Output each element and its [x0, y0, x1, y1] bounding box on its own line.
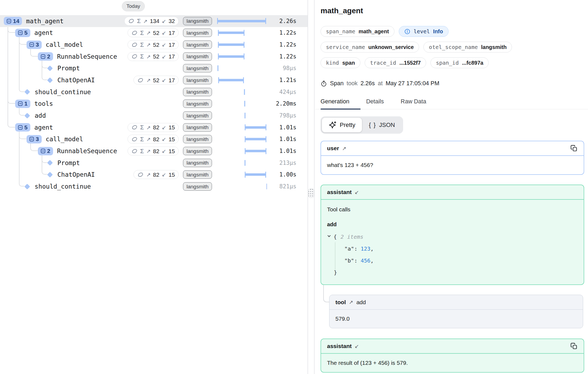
attribute-row: service_nameunknown_serviceotel_scope_na… [321, 42, 584, 53]
token-usage-pill[interactable]: Σ↗82↙15 [128, 147, 179, 156]
duration-label: 798µs [279, 112, 296, 119]
collapse-badge[interactable]: 3 [27, 135, 42, 143]
trace-row-call_model[interactable]: 3call_modelΣ↗82↙15langsmith1.01s [0, 133, 308, 145]
detail-tabs: GenerationDetailsRaw Data [315, 98, 588, 109]
span-diamond-icon [24, 113, 30, 118]
vendor-tag: langsmith [183, 123, 212, 132]
json-key: b [348, 257, 351, 264]
trace-row-Prompt[interactable]: Promptlangsmith98µs [0, 63, 308, 74]
tool-result-wrap: tool ↗ add 579.0 [321, 295, 584, 328]
collapse-badge[interactable]: 14 [4, 17, 22, 25]
attribute-key: trace_id [370, 60, 396, 66]
trace-row-agent[interactable]: 5agentΣ↗82↙15langsmith1.01s [0, 122, 308, 133]
trace-row-RunnableSequence[interactable]: 2RunnableSequenceΣ↗52↙17langsmith1.22s [0, 51, 308, 63]
panel-resize-handle[interactable] [308, 189, 314, 198]
token-usage-pill[interactable]: Σ↗82↙15 [128, 123, 179, 132]
token-usage-pill[interactable]: Σ↗134↙32 [124, 17, 179, 25]
trace-row-add[interactable]: addlangsmith798µs [0, 110, 308, 122]
json-opener-line[interactable]: {2 items [327, 231, 578, 243]
attribute-value: langsmith [481, 44, 507, 50]
token-usage-pill[interactable]: Σ↗52↙17 [128, 28, 179, 37]
trace-row-ChatOpenAI[interactable]: ChatOpenAI↗82↙15langsmith1.00s [0, 169, 308, 181]
copy-button[interactable] [570, 145, 578, 152]
span-diamond-icon [47, 65, 53, 71]
token-usage-pill[interactable]: Σ↗52↙17 [128, 40, 179, 49]
chevron-down-icon[interactable] [327, 234, 331, 238]
vendor-tag: langsmith [183, 182, 212, 191]
attribute-pill-trace_id[interactable]: trace_id...1552f7 [365, 57, 426, 68]
input-tokens: 134 [150, 18, 159, 24]
output-tokens-arrow-icon: ↙ [162, 42, 166, 48]
attribute-pill-level[interactable]: levelInfo [399, 26, 449, 37]
trace-row-should_continue[interactable]: should_continuelangsmith424µs [0, 86, 308, 98]
descendant-count: 2 [47, 53, 50, 60]
attribute-row: kindspantrace_id...1552f7span_id...fc897… [321, 57, 584, 68]
trace-row-RunnableSequence[interactable]: 2RunnableSequenceΣ↗82↙15langsmith1.01s [0, 145, 308, 157]
input-tokens: 82 [153, 171, 159, 178]
collapse-badge[interactable]: 5 [15, 29, 30, 37]
trace-row-should_continue[interactable]: should_continuelangsmith821µs [0, 181, 308, 192]
tab-raw-data[interactable]: Raw Data [401, 98, 426, 109]
tab-generation[interactable]: Generation [321, 98, 349, 109]
view-toggle-json[interactable]: { }JSON [362, 118, 402, 132]
outbound-arrow-icon: ↗ [349, 299, 353, 305]
duration-label: 98µs [283, 65, 296, 71]
attribute-key: otel_scope_name [429, 44, 478, 50]
output-tokens: 15 [169, 171, 175, 178]
trace-row-agent[interactable]: 5agentΣ↗52↙17langsmith1.22s [0, 27, 308, 39]
attribute-pill-span_name[interactable]: span_namemath_agent [321, 26, 394, 37]
tab-details[interactable]: Details [366, 98, 384, 109]
span-name: RunnableSequence [57, 53, 117, 60]
trace-row-ChatOpenAI[interactable]: ChatOpenAI↗52↙17langsmith1.21s [0, 74, 308, 86]
token-usage-pill[interactable]: ↗52↙17 [133, 76, 179, 85]
collapse-minus-icon [6, 19, 11, 24]
attribute-pill-otel_scope_name[interactable]: otel_scope_namelangsmith [423, 42, 512, 53]
output-tokens: 15 [169, 124, 175, 131]
token-usage-pill[interactable]: Σ↗82↙15 [128, 135, 179, 144]
collapse-minus-icon [18, 30, 23, 35]
timeline-tick [244, 89, 245, 95]
attribute-value: Info [433, 28, 443, 35]
input-tokens-arrow-icon: ↗ [146, 172, 151, 178]
trace-row-math_agent[interactable]: 14math_agentΣ↗134↙32langsmith2.26s [0, 15, 308, 27]
trace-tree-panel: 14math_agentΣ↗134↙32langsmith2.26s5agent… [0, 0, 308, 374]
token-usage-pill[interactable]: Σ↗52↙17 [128, 52, 179, 61]
message-card-tool: tool ↗ add 579.0 [329, 295, 583, 328]
output-tokens-arrow-icon: ↙ [162, 136, 166, 142]
inbound-arrow-icon: ↙ [355, 343, 359, 349]
sigma-icon: Σ [140, 53, 144, 60]
input-tokens: 52 [153, 77, 159, 83]
attribute-value: ...fc897a [462, 60, 483, 66]
input-tokens-arrow-icon: ↗ [143, 18, 148, 24]
collapse-badge[interactable]: 5 [15, 123, 30, 132]
collapse-badge[interactable]: 2 [38, 147, 53, 155]
token-coin-icon [131, 42, 138, 48]
attribute-pill-service_name[interactable]: service_nameunknown_service [321, 42, 419, 53]
input-tokens-arrow-icon: ↗ [146, 53, 151, 60]
input-tokens-arrow-icon: ↗ [146, 30, 151, 36]
collapse-badge[interactable]: 3 [27, 41, 42, 49]
duration-label: 1.00s [279, 171, 296, 178]
descendant-count: 5 [24, 124, 28, 131]
trace-row-tools[interactable]: 1toolslangsmith2.20ms [0, 98, 308, 110]
duration-label: 424µs [279, 89, 296, 95]
duration-label: 1.01s [279, 148, 296, 154]
attribute-pill-kind[interactable]: kindspan [321, 57, 360, 68]
date-chip[interactable]: Today [122, 1, 145, 11]
timeline-bar [218, 55, 244, 58]
output-tokens: 32 [169, 18, 175, 24]
timeline-bar [245, 126, 266, 129]
collapse-badge[interactable]: 1 [15, 100, 30, 108]
collapse-minus-icon [41, 54, 45, 59]
timeline-tick [244, 113, 246, 119]
collapse-badge[interactable]: 2 [38, 52, 53, 61]
token-usage-pill[interactable]: ↗82↙15 [133, 170, 179, 179]
trace-row-call_model[interactable]: 3call_modelΣ↗52↙17langsmith1.22s [0, 39, 308, 51]
output-tokens-arrow-icon: ↙ [162, 124, 166, 130]
span-diamond-icon [24, 183, 30, 189]
view-toggle-pretty[interactable]: Pretty [322, 118, 362, 132]
copy-button[interactable] [570, 342, 578, 350]
attribute-key: span_id [436, 60, 459, 66]
trace-row-Prompt[interactable]: Promptlangsmith213µs [0, 157, 308, 169]
attribute-pill-span_id[interactable]: span_id...fc897a [430, 57, 489, 68]
